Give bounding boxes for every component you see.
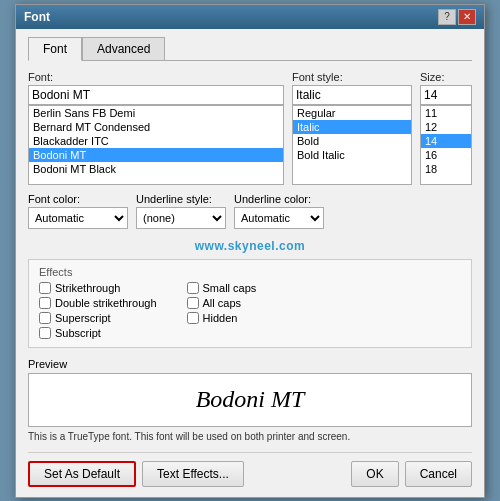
effects-right-col: Small caps All caps Hidden xyxy=(187,282,257,339)
font-dialog: Font ? ✕ Font Advanced Font: Berlin Sans… xyxy=(15,4,485,498)
preview-label: Preview xyxy=(28,358,472,370)
size-label: Size: xyxy=(420,71,472,83)
size-field-group: Size: 11 12 14 16 18 xyxy=(420,71,472,185)
font-color-label: Font color: xyxy=(28,193,128,205)
title-bar: Font ? ✕ xyxy=(16,5,484,29)
dropdown-row: Font color: Automatic Underline style: (… xyxy=(28,193,472,229)
hidden-label: Hidden xyxy=(203,312,238,324)
font-color-select[interactable]: Automatic xyxy=(28,207,128,229)
list-item[interactable]: 12 xyxy=(421,120,471,134)
font-input[interactable] xyxy=(28,85,284,105)
title-bar-controls: ? ✕ xyxy=(438,9,476,25)
superscript-checkbox[interactable] xyxy=(39,312,51,324)
subscript-label: Subscript xyxy=(55,327,101,339)
font-style-list[interactable]: Regular Italic Bold Bold Italic xyxy=(292,105,412,185)
hidden-row: Hidden xyxy=(187,312,257,324)
list-item[interactable]: 11 xyxy=(421,106,471,120)
dialog-content: Font Advanced Font: Berlin Sans FB Demi … xyxy=(16,29,484,497)
close-button[interactable]: ✕ xyxy=(458,9,476,25)
font-style-input[interactable] xyxy=(292,85,412,105)
tab-bar: Font Advanced xyxy=(28,37,472,61)
list-item[interactable]: 18 xyxy=(421,162,471,176)
superscript-row: Superscript xyxy=(39,312,157,324)
font-field-group: Font: Berlin Sans FB Demi Bernard MT Con… xyxy=(28,71,284,185)
all-caps-label: All caps xyxy=(203,297,242,309)
hidden-checkbox[interactable] xyxy=(187,312,199,324)
font-style-size-row: Font: Berlin Sans FB Demi Bernard MT Con… xyxy=(28,71,472,185)
effects-columns: Strikethrough Double strikethrough Super… xyxy=(39,282,461,339)
strikethrough-row: Strikethrough xyxy=(39,282,157,294)
size-list[interactable]: 11 12 14 16 18 xyxy=(420,105,472,185)
double-strikethrough-label: Double strikethrough xyxy=(55,297,157,309)
size-input[interactable] xyxy=(420,85,472,105)
list-item[interactable]: Bernard MT Condensed xyxy=(29,120,283,134)
preview-section: Preview Bodoni MT This is a TrueType fon… xyxy=(28,358,472,442)
tab-advanced[interactable]: Advanced xyxy=(82,37,165,60)
preview-box: Bodoni MT xyxy=(28,373,472,427)
double-strikethrough-row: Double strikethrough xyxy=(39,297,157,309)
font-style-field-group: Font style: Regular Italic Bold Bold Ita… xyxy=(292,71,412,185)
underline-color-select[interactable]: Automatic xyxy=(234,207,324,229)
watermark: www.skyneel.com xyxy=(28,239,472,253)
underline-color-group: Underline color: Automatic xyxy=(234,193,324,229)
list-item[interactable]: Bold Italic xyxy=(293,148,411,162)
subscript-checkbox[interactable] xyxy=(39,327,51,339)
all-caps-checkbox[interactable] xyxy=(187,297,199,309)
underline-color-label: Underline color: xyxy=(234,193,324,205)
font-color-group: Font color: Automatic xyxy=(28,193,128,229)
truetype-note: This is a TrueType font. This font will … xyxy=(28,431,472,442)
list-item-selected[interactable]: Italic xyxy=(293,120,411,134)
font-label: Font: xyxy=(28,71,284,83)
strikethrough-checkbox[interactable] xyxy=(39,282,51,294)
list-item-selected[interactable]: 14 xyxy=(421,134,471,148)
all-caps-row: All caps xyxy=(187,297,257,309)
list-item-selected[interactable]: Bodoni MT xyxy=(29,148,283,162)
underline-style-group: Underline style: (none) xyxy=(136,193,226,229)
small-caps-row: Small caps xyxy=(187,282,257,294)
font-list[interactable]: Berlin Sans FB Demi Bernard MT Condensed… xyxy=(28,105,284,185)
effects-section: Effects Strikethrough Double strikethrou… xyxy=(28,259,472,348)
strikethrough-label: Strikethrough xyxy=(55,282,120,294)
tab-font[interactable]: Font xyxy=(28,37,82,61)
ok-button[interactable]: OK xyxy=(351,461,398,487)
button-row: Set As Default Text Effects... OK Cancel xyxy=(28,452,472,487)
list-item[interactable]: Bold xyxy=(293,134,411,148)
list-item[interactable]: Regular xyxy=(293,106,411,120)
small-caps-label: Small caps xyxy=(203,282,257,294)
dialog-title: Font xyxy=(24,10,50,24)
list-item[interactable]: Berlin Sans FB Demi xyxy=(29,106,283,120)
superscript-label: Superscript xyxy=(55,312,111,324)
cancel-button[interactable]: Cancel xyxy=(405,461,472,487)
subscript-row: Subscript xyxy=(39,327,157,339)
small-caps-checkbox[interactable] xyxy=(187,282,199,294)
set-as-default-button[interactable]: Set As Default xyxy=(28,461,136,487)
underline-style-select[interactable]: (none) xyxy=(136,207,226,229)
list-item[interactable]: Blackadder ITC xyxy=(29,134,283,148)
font-style-label: Font style: xyxy=(292,71,412,83)
help-button[interactable]: ? xyxy=(438,9,456,25)
list-item[interactable]: Bodoni MT Black xyxy=(29,162,283,176)
effects-left-col: Strikethrough Double strikethrough Super… xyxy=(39,282,157,339)
double-strikethrough-checkbox[interactable] xyxy=(39,297,51,309)
effects-title: Effects xyxy=(39,266,461,278)
list-item[interactable]: 16 xyxy=(421,148,471,162)
text-effects-button[interactable]: Text Effects... xyxy=(142,461,244,487)
underline-style-label: Underline style: xyxy=(136,193,226,205)
